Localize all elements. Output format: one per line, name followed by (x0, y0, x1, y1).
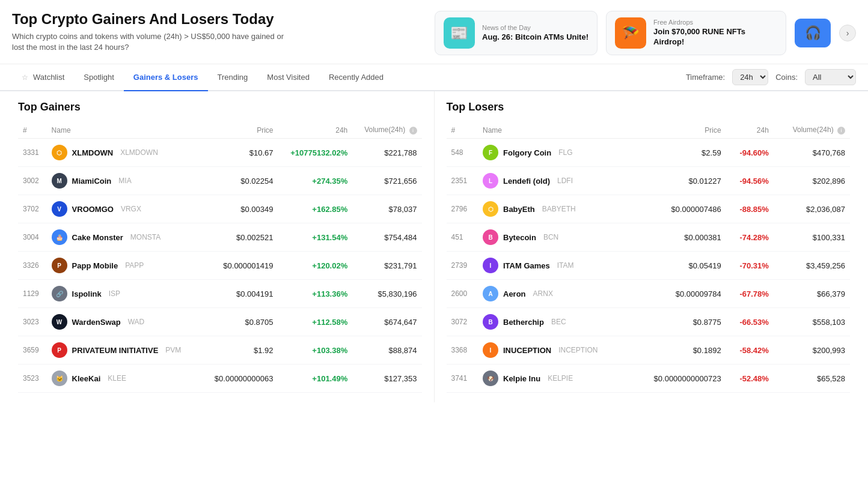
name-cell[interactable]: M MiamiCoin MIA (47, 167, 202, 195)
news-card-1-label: News of the Day (482, 24, 588, 31)
news-card-2-label: Free Airdrops (653, 19, 777, 26)
price-cell: $0.8775 (631, 308, 726, 336)
volume-cell: $5,830,196 (352, 280, 421, 308)
rank-cell: 3702 (18, 195, 47, 223)
rank-cell: 548 (447, 139, 478, 167)
gainers-volume-info[interactable]: i (409, 127, 417, 135)
name-cell[interactable]: ⬡ XLMDOWN XLMDOWN (47, 139, 202, 167)
gainers-col-24h: 24h (278, 122, 352, 139)
top-banner: Top Crypto Gainers And Losers Today Whic… (0, 0, 868, 64)
coins-label: Coins: (775, 73, 798, 82)
rank-cell: 3326 (18, 252, 47, 280)
gainers-section: Top Gainers # Name Price 24h Volume(24h)… (12, 91, 435, 402)
losers-table: # Name Price 24h Volume(24h) i 548 F Fol… (447, 122, 851, 393)
price-cell: $0.05419 (631, 252, 726, 280)
name-cell[interactable]: 🔗 Ispolink ISP (47, 280, 202, 308)
change-cell: +101.49% (278, 365, 352, 393)
rank-cell: 3002 (18, 167, 47, 195)
gainers-col-rank: # (18, 122, 47, 139)
name-cell[interactable]: 🎂 Cake Monster MONSTA (47, 223, 202, 252)
tab-trending[interactable]: Trending (208, 64, 258, 91)
name-cell[interactable]: 🐱 KleeKai KLEE (47, 365, 202, 393)
volume-cell: $470,768 (774, 139, 850, 167)
price-cell: $0.0000000000723 (631, 365, 726, 393)
volume-cell: $65,528 (774, 365, 850, 393)
news-card-1[interactable]: 📰 News of the Day Aug. 26: Bitcoin ATMs … (435, 11, 598, 55)
gainers-col-volume: Volume(24h) i (352, 122, 421, 139)
coins-select[interactable]: All Top 100 Top 500 (805, 69, 856, 85)
table-row: 3659 P PRIVATEUM INITIATIVE PVM $1.92 +1… (18, 336, 422, 365)
change-cell: +113.36% (278, 280, 352, 308)
news-card-3[interactable]: 🎧 (795, 19, 831, 47)
name-cell[interactable]: P Papp Mobile PAPP (47, 252, 202, 280)
banner-title-section: Top Crypto Gainers And Losers Today Whic… (12, 11, 289, 53)
rank-cell: 2739 (447, 252, 478, 280)
rank-cell: 2600 (447, 280, 478, 308)
losers-title: Top Losers (447, 101, 851, 113)
losers-col-24h: 24h (726, 122, 774, 139)
price-cell: $0.000381 (631, 223, 726, 252)
change-cell: +120.02% (278, 252, 352, 280)
table-row: 3326 P Papp Mobile PAPP $0.000001419 +12… (18, 252, 422, 280)
price-cell: $1.92 (202, 336, 278, 365)
tab-watchlist[interactable]: ☆ Watchlist (12, 64, 74, 91)
timeframe-select[interactable]: 24h 1h 7d 30d (732, 69, 768, 85)
page-subtitle: Which crypto coins and tokens with volum… (12, 31, 289, 53)
price-cell: $0.02254 (202, 167, 278, 195)
table-row: 548 F Folgory Coin FLG $2.59 -94.60% $47… (447, 139, 851, 167)
tab-gainers-losers[interactable]: Gainers & Losers (124, 64, 208, 91)
name-cell[interactable]: L Lendefi (old) LDFI (478, 167, 631, 195)
rank-cell: 3023 (18, 308, 47, 336)
name-cell[interactable]: W WardenSwap WAD (47, 308, 202, 336)
rank-cell: 3659 (18, 336, 47, 365)
rank-cell: 3331 (18, 139, 47, 167)
tab-spotlight[interactable]: Spotlight (74, 64, 124, 91)
losers-col-price: Price (631, 122, 726, 139)
volume-cell: $558,103 (774, 308, 850, 336)
name-cell[interactable]: V VROOMGO VRGX (47, 195, 202, 223)
volume-cell: $202,896 (774, 167, 850, 195)
change-cell: +112.58% (278, 308, 352, 336)
table-row: 2600 A Aeron ARNX $0.00009784 -67.78% $6… (447, 280, 851, 308)
losers-volume-info[interactable]: i (837, 127, 845, 135)
rank-cell: 3004 (18, 223, 47, 252)
name-cell[interactable]: B Betherchip BEC (478, 308, 631, 336)
volume-cell: $200,993 (774, 336, 850, 365)
volume-cell: $3,459,256 (774, 252, 850, 280)
volume-cell: $100,331 (774, 223, 850, 252)
price-cell: $0.8705 (202, 308, 278, 336)
volume-cell: $231,791 (352, 252, 421, 280)
news-card-2[interactable]: 🪂 Free Airdrops Join $70,000 RUNE NFTs A… (606, 11, 786, 55)
price-cell: $0.000007486 (631, 195, 726, 223)
price-cell: $0.000001419 (202, 252, 278, 280)
change-cell: +274.35% (278, 167, 352, 195)
price-cell: $10.67 (202, 139, 278, 167)
change-cell: +131.54% (278, 223, 352, 252)
rank-cell: 451 (447, 223, 478, 252)
table-row: 3023 W WardenSwap WAD $0.8705 +112.58% $… (18, 308, 422, 336)
tabs-bar: ☆ Watchlist Spotlight Gainers & Losers T… (0, 64, 868, 91)
change-cell: -66.53% (726, 308, 774, 336)
price-cell: $0.004191 (202, 280, 278, 308)
name-cell[interactable]: B Bytecoin BCN (478, 223, 631, 252)
name-cell[interactable]: 🐶 Kelpie Inu KELPIE (478, 365, 631, 393)
price-cell: $0.00009784 (631, 280, 726, 308)
tab-most-visited[interactable]: Most Visited (257, 64, 319, 91)
rank-cell: 2351 (447, 167, 478, 195)
name-cell[interactable]: F Folgory Coin FLG (478, 139, 631, 167)
name-cell[interactable]: I ITAM Games ITAM (478, 252, 631, 280)
news-card-2-icon: 🪂 (615, 17, 646, 49)
name-cell[interactable]: ⬡ BabyEth BABYETH (478, 195, 631, 223)
table-row: 2351 L Lendefi (old) LDFI $0.01227 -94.5… (447, 167, 851, 195)
name-cell[interactable]: P PRIVATEUM INITIATIVE PVM (47, 336, 202, 365)
volume-cell: $674,647 (352, 308, 421, 336)
main-content: Top Gainers # Name Price 24h Volume(24h)… (0, 91, 868, 402)
news-nav-arrow[interactable]: › (839, 25, 856, 41)
tab-recently-added[interactable]: Recently Added (319, 64, 393, 91)
losers-col-volume: Volume(24h) i (774, 122, 850, 139)
table-row: 3523 🐱 KleeKai KLEE $0.00000000063 +101.… (18, 365, 422, 393)
change-cell: -70.31% (726, 252, 774, 280)
losers-col-name: Name (478, 122, 631, 139)
name-cell[interactable]: I INUCEPTION INCEPTION (478, 336, 631, 365)
name-cell[interactable]: A Aeron ARNX (478, 280, 631, 308)
